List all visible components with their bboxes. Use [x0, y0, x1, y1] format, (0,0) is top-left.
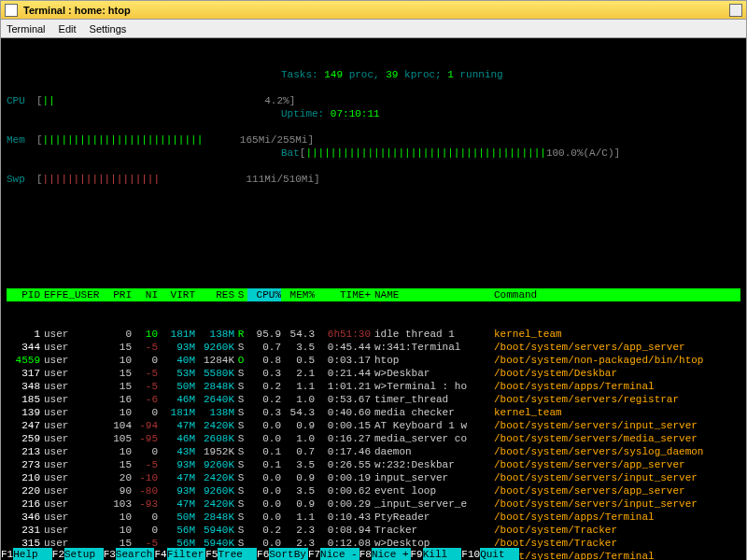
process-row[interactable]: 210user20-1047M2420KS0.00.90:00.19input_… [7, 471, 740, 484]
f3-search[interactable]: Search [116, 548, 155, 560]
f2-setup[interactable]: Setup [64, 548, 104, 560]
process-row[interactable]: 185user16-646M2640KS0.21.00:53.67timer_t… [7, 393, 740, 406]
terminal-area[interactable]: CPU[|| 4.2%] Mem[|||||||||||||||||||||||… [1, 38, 746, 560]
process-header[interactable]: PID EFFE_USER PRI NI VIRT RES S CPU% MEM… [7, 288, 740, 301]
process-row[interactable]: 216user103-9347M2420KS0.00.90:00.29_inpu… [7, 497, 740, 511]
process-row[interactable]: 220user90-8093M9260KS0.03.50:00.62event … [7, 484, 740, 497]
process-row[interactable]: 4559user10040M1284KO0.80.50:03.17htop/bo… [7, 354, 740, 367]
menu-terminal[interactable]: Terminal [7, 23, 46, 35]
process-row[interactable]: 259user105-9546M2608KS0.01.00:16.27media… [7, 432, 740, 445]
window-title: Terminal : home: htop [23, 5, 729, 16]
process-row[interactable]: 1user010181M138MR95.954.36h51:30idle thr… [7, 328, 740, 341]
f9-kill[interactable]: Kill [423, 548, 462, 560]
process-row[interactable]: 344user15-593M9260KS0.73.50:45.44w:341:T… [7, 341, 740, 354]
f7-nice-down[interactable]: Nice - [320, 548, 359, 560]
close-icon[interactable] [729, 4, 742, 17]
process-row[interactable]: 317user15-553M5580KS0.32.10:21.44w>Deskb… [7, 367, 740, 380]
process-row[interactable]: 273user15-593M9260KS0.13.50:26.55w:232:D… [7, 458, 740, 471]
window-titlebar: Terminal : home: htop [1, 1, 746, 20]
function-keys: F1Help F2Setup F3Search F4Filter F5Tree … [1, 548, 746, 560]
f5-tree[interactable]: Tree [218, 548, 257, 560]
process-row[interactable]: 348user15-550M2848KS0.21.11:01.21w>Termi… [7, 380, 740, 393]
system-info: Tasks: 149 proc, 39 kproc; 1 running Upt… [281, 42, 620, 186]
menu-settings[interactable]: Settings [90, 23, 127, 35]
process-row[interactable]: 247user104-9447M2420KS0.00.90:00.15AT Ke… [7, 419, 740, 432]
f10-quit[interactable]: Quit [480, 548, 519, 560]
f1-help[interactable]: Help [13, 548, 52, 560]
process-row[interactable]: 213user10043M1952KS0.10.70:17.46daemon/b… [7, 445, 740, 458]
f4-filter[interactable]: Filter [167, 548, 206, 560]
window-icon [5, 4, 18, 17]
f6-sortby[interactable]: SortBy [269, 548, 308, 560]
f8-nice-up[interactable]: Nice + [372, 548, 411, 560]
process-list[interactable]: 1user010181M138MR95.954.36h51:30idle thr… [7, 328, 740, 560]
process-row[interactable]: 346user10050M2848KS0.01.10:10.43PtyReade… [7, 511, 740, 524]
process-row[interactable]: 231user10056M5940KS0.22.30:08.94Tracker/… [7, 524, 740, 537]
menu-edit[interactable]: Edit [59, 23, 77, 35]
menubar: Terminal Edit Settings [1, 20, 746, 38]
process-row[interactable]: 139user100181M138MS0.354.30:40.60media c… [7, 406, 740, 419]
